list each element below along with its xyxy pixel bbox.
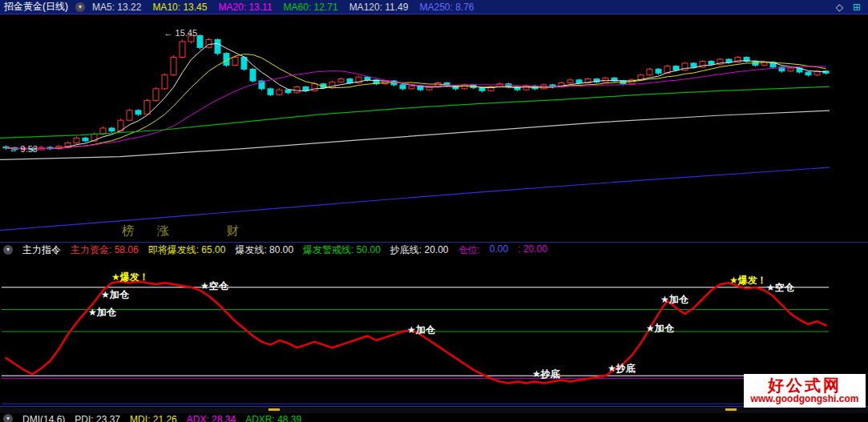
- site-url: www.goodgongshi.com: [751, 394, 859, 404]
- app-window: { "header": { "title": "招金黄金(日线)", "ma_v…: [0, 0, 868, 422]
- dmi-value-label: PDI: 23.37: [75, 414, 120, 422]
- ma-value-label: MA120: 11.49: [349, 2, 409, 13]
- indicator-parameter: 主力资金: 58.06: [71, 243, 139, 257]
- indicator-parameter: 爆发线: 80.00: [235, 243, 293, 257]
- signal-label: ★加仓: [88, 307, 117, 318]
- dmi-value-label: ADXR: 48.39: [245, 414, 301, 422]
- topbar-icons: ◇⊞: [836, 2, 864, 13]
- signal-label: ★加仓: [660, 294, 689, 305]
- indicator-parameter: 爆发警戒线: 50.00: [303, 243, 381, 257]
- scrollbar-signal-mark: [725, 408, 737, 411]
- price-annotation: ← 9.53: [10, 144, 38, 154]
- scrollbar-signal-mark: [268, 408, 280, 411]
- ma-line-MA250: [0, 167, 830, 231]
- watermark-character: 财: [227, 223, 239, 239]
- signal-label: ★抄底: [608, 363, 636, 374]
- watermark-character: 榜: [122, 223, 134, 239]
- signal-label: ★加仓: [646, 323, 675, 334]
- site-name: 好公式网: [768, 376, 842, 394]
- dmi-value-label: MDI: 21.26: [130, 414, 177, 422]
- price-annotation: ← 15.45: [164, 28, 198, 38]
- indicator-header: ▾ 主力指令 主力资金: 58.06即将爆发线: 65.00爆发线: 80.00…: [0, 243, 868, 257]
- signal-label: ★爆发！: [729, 275, 767, 286]
- ma-value-label: MA5: 13.22: [92, 2, 141, 13]
- chevron-down-icon[interactable]: ▾: [3, 245, 13, 255]
- dmi-value-label: ADX: 28.34: [187, 414, 236, 422]
- signal-label: ★抄底: [532, 368, 560, 380]
- chevron-down-icon[interactable]: ▾: [75, 2, 85, 12]
- indicator-parameter: 即将爆发线: 65.00: [148, 243, 226, 257]
- top-header-bar: 招金黄金(日线) ▾ MA5: 13.22MA10: 13.45MA20: 13…: [0, 0, 868, 14]
- site-watermark: 好公式网 www.goodgongshi.com: [744, 374, 866, 408]
- chevron-down-icon[interactable]: ▾: [3, 414, 13, 422]
- ma-value-label: MA10: 13.45: [152, 2, 207, 13]
- ma-line-MA120: [0, 111, 830, 159]
- candles: [3, 33, 829, 151]
- dmi-values: DMI(14,6)PDI: 23.37MDI: 21.26ADX: 28.34A…: [22, 414, 301, 422]
- diamond-icon[interactable]: ◇: [836, 2, 843, 13]
- ma-value-label: MA60: 12.71: [284, 2, 338, 13]
- indicator-parameter: 抄底线: 20.00: [390, 243, 449, 257]
- ma-line-MA5: [6, 43, 826, 148]
- signal-label: ★加仓: [101, 289, 130, 300]
- grid-icon[interactable]: ⊞: [853, 2, 861, 13]
- ma-line-MA60: [0, 86, 830, 138]
- dmi-value-label: DMI(14,6): [22, 414, 65, 422]
- ma-line-MA10: [6, 54, 826, 149]
- ma-value-label: MA250: 8.76: [419, 2, 474, 13]
- stock-title: 招金黄金(日线): [4, 0, 68, 14]
- signal-label: ★加仓: [407, 324, 436, 336]
- horizontal-scrollbar[interactable]: [0, 407, 868, 413]
- ma-value-label: MA20: 13.11: [218, 2, 272, 13]
- dmi-status-bar: ▾ DMI(14,6)PDI: 23.37MDI: 21.26ADX: 28.3…: [0, 414, 868, 422]
- indicator-title: 主力指令: [22, 243, 61, 257]
- indicator-parameters: 主力资金: 58.06即将爆发线: 65.00爆发线: 80.00爆发警戒线: …: [71, 243, 547, 257]
- watermark-character: 涨: [157, 223, 169, 239]
- indicator-parameter: : 20.00: [518, 243, 547, 257]
- candlestick-and-indicator-chart[interactable]: ← 15.45← 9.53★爆发！★加仓★加仓★空仓★加仓★抄底★抄底★加仓★加…: [0, 0, 868, 422]
- signal-label: ★空仓: [766, 282, 795, 293]
- indicator-parameter: 仓位:: [458, 243, 480, 257]
- signal-label: ★空仓: [200, 280, 229, 291]
- signal-label: ★爆发！: [111, 271, 149, 283]
- indicator-parameter: 0.00: [490, 243, 508, 257]
- ma-values: MA5: 13.22MA10: 13.45MA20: 13.11MA60: 12…: [92, 2, 474, 13]
